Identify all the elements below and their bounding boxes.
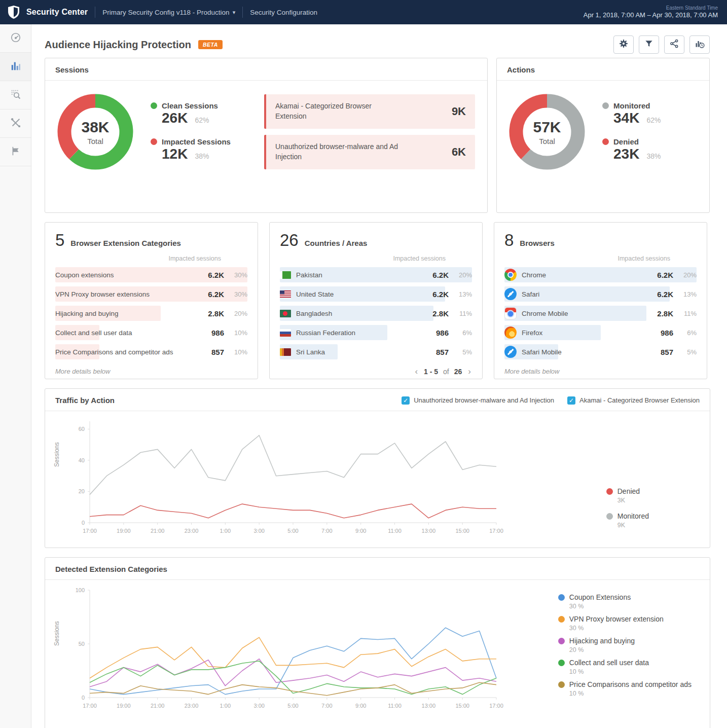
list-item[interactable]: Pakistan6.2K20% [280, 265, 472, 284]
prev-page-icon[interactable]: ‹ [414, 367, 419, 377]
list-item[interactable]: Firefox9866% [504, 323, 697, 342]
more-details-link[interactable]: More details below [55, 368, 247, 375]
item-value: 6.2K [422, 271, 449, 279]
sidebar-item-bar-chart[interactable] [0, 53, 31, 81]
item-value: 6.2K [198, 271, 224, 279]
svg-text:40: 40 [79, 457, 85, 463]
impacted-sessions-dot [151, 138, 157, 145]
gear-button[interactable] [613, 35, 634, 54]
share-button[interactable] [664, 35, 684, 54]
list-item[interactable]: Sri Lanka8575% [280, 342, 472, 361]
more-details-link[interactable]: More details below [504, 368, 697, 375]
nav-security-configuration[interactable]: Security Configuration [250, 9, 317, 16]
list-item[interactable]: Safari6.2K13% [504, 284, 697, 304]
categories-title: Browser Extension Categories [70, 239, 181, 247]
series-percent: 30 % [569, 625, 692, 632]
gear-icon [619, 39, 629, 51]
config-selector[interactable]: Primary Security Config v118 - Productio… [102, 9, 229, 16]
list-item[interactable]: United State6.2K13% [280, 284, 472, 304]
actions-panel-title: Actions [497, 58, 709, 81]
svg-text:0: 0 [82, 520, 85, 526]
item-value: 2.8K [422, 309, 449, 318]
list-item[interactable]: Chrome Mobile2.8K11% [504, 304, 697, 323]
list-item[interactable]: Bangladesh2.8K11% [280, 304, 472, 323]
detected-y-axis-label: Sessions [53, 621, 60, 646]
safari-icon [504, 288, 517, 300]
detected-title: Detected Extension Categories [55, 565, 167, 573]
app-title: Security Center [26, 8, 88, 17]
list-item[interactable]: Russian Federation9866% [280, 323, 472, 342]
item-label: Bangladesh [296, 310, 332, 317]
item-label: United State [296, 290, 334, 298]
pk-flag-icon [280, 271, 291, 279]
legend-impacted-sessions: Impacted Sessions 12K 38% [151, 137, 247, 162]
grid-search-icon [10, 89, 21, 102]
list-item[interactable]: Hijacking and buying2.8K20% [55, 304, 247, 323]
firefox-icon [504, 326, 517, 339]
next-page-icon[interactable]: › [467, 367, 472, 377]
list-item[interactable]: Price Comparisons and competitor ads8571… [55, 342, 247, 361]
actions-donut-chart[interactable]: 57K Total [509, 94, 585, 170]
date-range-picker[interactable]: Eastern Standard Time Apr 1, 2018, 7:00 … [584, 5, 718, 20]
detected-extension-categories-panel: Detected Extension Categories Sessions 0… [45, 557, 710, 728]
page-title: Audience Hijacking Protection [45, 39, 191, 51]
item-label: Safari Mobile [522, 348, 562, 356]
share-icon [669, 39, 679, 51]
sidebar-item-gauge[interactable] [0, 24, 31, 53]
list-item[interactable]: Safari Mobile8575% [504, 342, 697, 361]
series-color-dot [558, 660, 565, 666]
sessions-donut-chart[interactable]: 38K Total [57, 94, 133, 170]
browsers-title: Browsers [520, 239, 554, 247]
divider [242, 7, 243, 18]
sidebar [0, 24, 31, 728]
series-percent: 10 % [569, 668, 692, 675]
chevron-down-icon[interactable]: ▾ [233, 9, 236, 16]
sidebar-item-tools[interactable] [0, 110, 31, 138]
list-item[interactable]: Collect and sell user data98610% [55, 323, 247, 342]
legend-denied: Denied 23K 38% [602, 137, 699, 162]
item-value: 6.2K [422, 290, 449, 299]
item-percent: 20% [673, 271, 697, 279]
impact-box-unauthorized-malware[interactable]: Unauthorized browser-malware and Ad Inje… [264, 135, 475, 169]
filter-button[interactable] [639, 35, 659, 54]
list-item[interactable]: VPN Proxy browser extensions6.2K30% [55, 284, 247, 304]
item-percent: 5% [449, 348, 472, 356]
extension-categories-panel: 5 Browser Extension Categories Impacted … [45, 222, 258, 379]
series-label: VPN Proxy browser extension [569, 615, 664, 623]
svg-text:9:00: 9:00 [355, 703, 366, 709]
impacted-sessions-column-header: Impacted sessions [55, 255, 221, 262]
checkbox-categorized-extension[interactable]: ✓ Akamai - Categorized Browser Extension [567, 396, 700, 405]
list-item[interactable]: Coupon extensions6.2K30% [55, 265, 247, 284]
sidebar-item-grid-search[interactable] [0, 81, 31, 110]
chrome-icon [504, 269, 517, 281]
svg-text:17:00: 17:00 [489, 703, 503, 709]
report-history-button[interactable] [689, 35, 710, 54]
svg-text:19:00: 19:00 [117, 703, 131, 709]
ru-flag-icon [280, 329, 291, 337]
chrome-mobile-icon [504, 307, 517, 319]
countries-panel: 26 Countries / Areas Impacted sessions P… [269, 222, 483, 379]
sidebar-item-flag[interactable] [0, 138, 31, 166]
svg-text:5:00: 5:00 [287, 528, 298, 534]
traffic-legend-monitored: Monitored 9K [606, 512, 649, 529]
svg-text:100: 100 [76, 587, 85, 593]
detected-line-chart[interactable]: 05010017:0019:0021:0023:001:003:005:007:… [65, 583, 552, 715]
checkbox-unauthorized-malware[interactable]: ✓ Unauthorized browser-malware and Ad In… [402, 396, 554, 405]
item-percent: 20% [449, 271, 472, 279]
item-value: 857 [422, 348, 449, 356]
svg-text:17:00: 17:00 [83, 703, 97, 709]
svg-text:15:00: 15:00 [455, 703, 469, 709]
report-history-icon [695, 39, 705, 51]
svg-text:7:00: 7:00 [321, 528, 332, 534]
lk-flag-icon [280, 348, 291, 356]
actions-total: 57K [533, 119, 561, 136]
bar-chart-icon [10, 60, 21, 74]
detected-legend-item: Coupon Extensions30 % [558, 593, 692, 610]
traffic-line-chart[interactable]: 020406017:0019:0021:0023:001:003:005:007… [65, 414, 552, 540]
list-item[interactable]: Chrome6.2K20% [504, 265, 697, 284]
item-value: 857 [647, 348, 673, 356]
denied-dot [606, 488, 613, 495]
svg-text:3:00: 3:00 [253, 703, 264, 709]
item-value: 857 [198, 348, 224, 356]
impact-box-categorized-extension[interactable]: Akamai - Categorized Browser Extension 9… [264, 94, 475, 129]
